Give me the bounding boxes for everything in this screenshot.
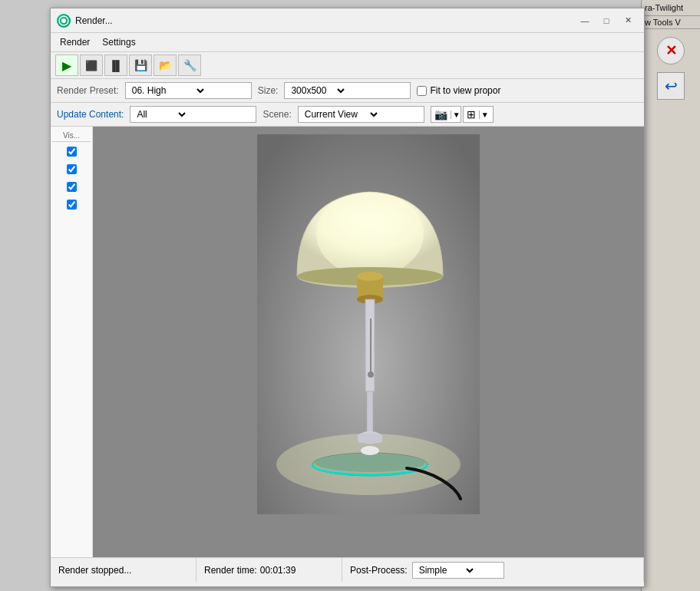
- render-time-label: Render time:: [204, 565, 257, 576]
- sidebar-checkbox-2[interactable]: [52, 161, 91, 177]
- sidebar-checkbox-3[interactable]: [52, 179, 91, 195]
- controls-bar-1: Render Preset: 01. Draft 02. Low 03. Med…: [51, 79, 644, 103]
- svg-point-5: [316, 192, 424, 276]
- status-bar: Render stopped... Render time: 00:01:39 …: [51, 557, 644, 582]
- render-time-section: Render time: 00:01:39: [196, 558, 342, 582]
- window-title: Render...: [75, 15, 113, 26]
- toolbar: ▶ ⬛ ▐▌ 💾 📂 🔧: [51, 52, 644, 79]
- cancel-icon: ✕: [665, 42, 677, 59]
- sidebar-checkbox-1[interactable]: [52, 144, 91, 160]
- fit-to-view-text: Fit to view propor: [430, 85, 500, 96]
- bg-menu-label: ra-Twilight: [645, 3, 683, 12]
- render-stop-button[interactable]: ⬛: [80, 54, 103, 76]
- stop-icon: ⬛: [85, 60, 97, 71]
- update-content-select[interactable]: All None Selected: [130, 107, 188, 122]
- pause-icon: ▐▌: [109, 60, 123, 71]
- background-app: ra-Twilight w Tools V ✕ ↩: [641, 0, 700, 591]
- svg-rect-15: [358, 434, 382, 443]
- settings-icon: 🔧: [183, 59, 196, 71]
- open-image-button[interactable]: 📂: [154, 54, 177, 76]
- arrow-icon: ↩: [665, 77, 678, 95]
- post-process-section: Post-Process: None Simple Advanced: [342, 558, 644, 582]
- title-bar-left: Render...: [57, 14, 113, 28]
- post-process-dropdown[interactable]: None Simple Advanced: [412, 562, 504, 579]
- play-icon: ▶: [62, 58, 71, 73]
- post-process-label: Post-Process:: [350, 565, 408, 576]
- render-pause-button[interactable]: ▐▌: [104, 54, 127, 76]
- fit-to-view-label[interactable]: Fit to view propor: [417, 85, 500, 96]
- size-select[interactable]: 100x100 200x300 300x500 400x600 800x600 …: [285, 83, 347, 98]
- render-preset-dropdown[interactable]: 01. Draft 02. Low 03. Medium 04. Good 05…: [125, 82, 252, 99]
- render-canvas: [93, 127, 644, 557]
- close-button[interactable]: ✕: [618, 12, 638, 29]
- render-play-button[interactable]: ▶: [55, 54, 78, 76]
- region-dropdown-arrow[interactable]: ▼: [479, 111, 490, 119]
- maximize-button[interactable]: □: [596, 12, 616, 29]
- visibility-checkbox-3[interactable]: [67, 182, 77, 192]
- view-buttons: 📷 ▼ ⊞ ▼: [431, 106, 494, 123]
- save-image-button[interactable]: 💾: [129, 54, 152, 76]
- scene-dropdown[interactable]: Current View Named View 1 Named View 2: [298, 106, 424, 123]
- bg-arrow-button[interactable]: ↩: [657, 72, 685, 100]
- render-time-value: 00:01:39: [260, 565, 296, 576]
- render-status-section: Render stopped...: [51, 558, 196, 582]
- title-bar: Render... — □ ✕: [51, 8, 644, 33]
- save-icon: 💾: [134, 59, 147, 71]
- render-preset-label: Render Preset:: [57, 85, 119, 96]
- scene-label: Scene:: [262, 109, 291, 120]
- camera-dropdown-arrow[interactable]: ▼: [451, 111, 462, 119]
- render-status-text: Render stopped...: [58, 565, 131, 576]
- main-area: Vis...: [51, 127, 644, 557]
- camera-button[interactable]: 📷 ▼: [431, 106, 461, 123]
- bg-menu-tools: w Tools V: [642, 16, 700, 29]
- sidebar: Vis...: [51, 127, 93, 557]
- sidebar-checkbox-4[interactable]: [52, 196, 91, 213]
- size-label: Size:: [258, 85, 279, 96]
- open-folder-icon: 📂: [159, 59, 172, 71]
- svg-rect-13: [367, 391, 373, 437]
- svg-point-8: [357, 272, 383, 281]
- update-content-dropdown[interactable]: All None Selected: [130, 106, 256, 123]
- sidebar-header: Vis...: [52, 130, 91, 142]
- svg-point-1: [61, 18, 66, 23]
- region-button[interactable]: ⊞ ▼: [463, 106, 494, 123]
- render-window: Render... — □ ✕ Render Settings ▶ ⬛ ▐▌ 💾…: [50, 8, 645, 587]
- fit-to-view-checkbox[interactable]: [417, 86, 427, 96]
- visibility-checkbox-4[interactable]: [67, 200, 77, 210]
- post-process-select[interactable]: None Simple Advanced: [413, 563, 476, 578]
- menu-settings[interactable]: Settings: [96, 35, 141, 50]
- region-icon: ⊞: [464, 108, 479, 121]
- window-controls: — □ ✕: [575, 12, 638, 29]
- menu-render[interactable]: Render: [54, 35, 96, 50]
- camera-icon: 📷: [431, 108, 451, 121]
- svg-point-18: [361, 446, 379, 455]
- app-icon: [57, 14, 71, 28]
- controls-bar-2: Update Content: All None Selected Scene:…: [51, 103, 644, 127]
- visibility-checkbox-2[interactable]: [67, 164, 77, 174]
- scene-select[interactable]: Current View Named View 1 Named View 2: [299, 107, 380, 122]
- svg-point-12: [368, 371, 374, 378]
- rendered-image: [257, 134, 480, 514]
- visibility-checkbox-1[interactable]: [67, 147, 77, 157]
- menu-bar: Render Settings: [51, 33, 644, 52]
- minimize-button[interactable]: —: [575, 12, 595, 29]
- size-dropdown[interactable]: 100x100 200x300 300x500 400x600 800x600 …: [284, 82, 411, 99]
- update-content-label: Update Content:: [57, 109, 124, 120]
- bg-menu-bar: ra-Twilight: [642, 0, 700, 16]
- render-preset-select[interactable]: 01. Draft 02. Low 03. Medium 04. Good 05…: [126, 83, 206, 98]
- bg-cancel-button[interactable]: ✕: [657, 37, 685, 64]
- render-settings-button[interactable]: 🔧: [178, 54, 201, 76]
